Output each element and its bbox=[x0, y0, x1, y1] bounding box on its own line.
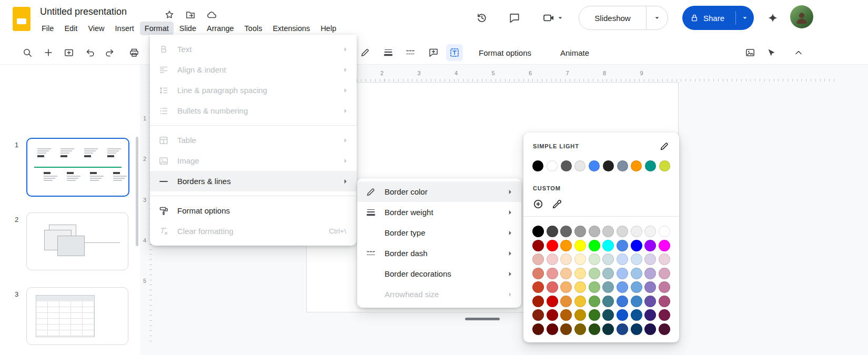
slide-thumbnail-2[interactable] bbox=[26, 212, 128, 270]
edit-theme-colors-icon[interactable] bbox=[659, 141, 670, 151]
border-color-pen-icon[interactable] bbox=[356, 43, 375, 62]
palette-color-swatch[interactable] bbox=[644, 323, 656, 335]
slides-logo-icon[interactable] bbox=[13, 7, 31, 31]
theme-color-swatch[interactable] bbox=[617, 160, 628, 171]
filmstrip-scrollbar[interactable] bbox=[136, 137, 138, 246]
add-custom-color-icon[interactable] bbox=[532, 198, 544, 210]
palette-color-swatch[interactable] bbox=[631, 253, 642, 265]
palette-color-swatch[interactable] bbox=[602, 281, 614, 293]
palette-color-swatch[interactable] bbox=[574, 323, 586, 335]
gemini-sparkle-button[interactable] bbox=[762, 7, 784, 29]
palette-color-swatch[interactable] bbox=[560, 253, 572, 265]
slideshow-options-caret[interactable] bbox=[647, 14, 668, 22]
palette-color-swatch[interactable] bbox=[617, 268, 628, 279]
slide-thumbnail-3[interactable] bbox=[26, 287, 128, 345]
palette-color-swatch[interactable] bbox=[547, 226, 558, 237]
add-comment-icon[interactable] bbox=[424, 43, 443, 62]
theme-color-swatch[interactable] bbox=[631, 160, 642, 171]
search-icon[interactable] bbox=[18, 43, 37, 62]
share-options-caret[interactable] bbox=[736, 14, 754, 22]
theme-color-swatch[interactable] bbox=[659, 160, 670, 171]
new-slide-icon[interactable] bbox=[59, 43, 78, 62]
palette-color-swatch[interactable] bbox=[589, 268, 600, 279]
palette-color-swatch[interactable] bbox=[659, 309, 670, 321]
palette-color-swatch[interactable] bbox=[631, 226, 642, 237]
palette-color-swatch[interactable] bbox=[659, 268, 670, 279]
palette-color-swatch[interactable] bbox=[602, 226, 614, 237]
horizontal-scrollbar[interactable] bbox=[465, 318, 500, 320]
palette-color-swatch[interactable] bbox=[617, 226, 628, 237]
menu-insert[interactable]: Insert bbox=[110, 22, 139, 35]
palette-color-swatch[interactable] bbox=[589, 323, 600, 335]
slideshow-button[interactable]: Slideshow bbox=[579, 14, 646, 23]
palette-color-swatch[interactable] bbox=[547, 281, 558, 293]
theme-color-swatch[interactable] bbox=[547, 160, 558, 171]
cloud-status-icon[interactable] bbox=[205, 8, 218, 21]
borders-submenu-item-border-type[interactable]: Border type bbox=[357, 222, 521, 243]
collapse-toolbar-icon[interactable] bbox=[789, 43, 808, 62]
palette-color-swatch[interactable] bbox=[659, 240, 670, 251]
palette-color-swatch[interactable] bbox=[532, 253, 544, 265]
theme-color-swatch[interactable] bbox=[561, 160, 572, 171]
text-fit-icon[interactable] bbox=[446, 44, 463, 61]
menu-extensions[interactable]: Extensions bbox=[268, 22, 315, 35]
account-avatar[interactable] bbox=[790, 5, 813, 28]
theme-color-swatch[interactable] bbox=[574, 160, 586, 171]
theme-color-swatch[interactable] bbox=[589, 160, 600, 171]
palette-color-swatch[interactable] bbox=[659, 323, 670, 335]
palette-color-swatch[interactable] bbox=[532, 309, 544, 321]
theme-color-swatch[interactable] bbox=[603, 160, 614, 171]
version-history-button[interactable] bbox=[471, 7, 493, 29]
borders-submenu-item-border-color[interactable]: Border color bbox=[357, 181, 521, 202]
menu-tools[interactable]: Tools bbox=[240, 22, 267, 35]
zoom-add-icon[interactable] bbox=[39, 43, 58, 62]
palette-color-swatch[interactable] bbox=[617, 296, 628, 307]
format-options-button[interactable]: Format options bbox=[473, 43, 537, 62]
format-menu-item-format-options[interactable]: Format options bbox=[150, 200, 357, 221]
palette-color-swatch[interactable] bbox=[589, 240, 600, 251]
palette-color-swatch[interactable] bbox=[589, 253, 600, 265]
print-icon[interactable] bbox=[125, 43, 144, 62]
share-button[interactable]: Share bbox=[703, 14, 735, 23]
animate-button[interactable]: Animate bbox=[555, 43, 594, 62]
palette-color-swatch[interactable] bbox=[644, 226, 656, 237]
palette-color-swatch[interactable] bbox=[631, 323, 642, 335]
palette-color-swatch[interactable] bbox=[560, 309, 572, 321]
palette-color-swatch[interactable] bbox=[532, 296, 544, 307]
palette-color-swatch[interactable] bbox=[602, 253, 614, 265]
laser-pointer-icon[interactable] bbox=[762, 43, 781, 62]
palette-color-swatch[interactable] bbox=[659, 226, 670, 237]
palette-color-swatch[interactable] bbox=[617, 240, 628, 251]
palette-color-swatch[interactable] bbox=[602, 309, 614, 321]
palette-color-swatch[interactable] bbox=[617, 323, 628, 335]
palette-color-swatch[interactable] bbox=[574, 240, 586, 251]
menu-format[interactable]: Format bbox=[140, 22, 174, 35]
palette-color-swatch[interactable] bbox=[547, 253, 558, 265]
palette-color-swatch[interactable] bbox=[574, 253, 586, 265]
undo-icon[interactable] bbox=[81, 43, 100, 62]
document-title[interactable]: Untitled presentation bbox=[40, 6, 127, 17]
palette-color-swatch[interactable] bbox=[617, 253, 628, 265]
palette-color-swatch[interactable] bbox=[631, 281, 642, 293]
palette-color-swatch[interactable] bbox=[589, 309, 600, 321]
menu-edit[interactable]: Edit bbox=[59, 22, 82, 35]
redo-icon[interactable] bbox=[100, 43, 119, 62]
palette-color-swatch[interactable] bbox=[547, 323, 558, 335]
palette-color-swatch[interactable] bbox=[644, 309, 656, 321]
palette-color-swatch[interactable] bbox=[602, 240, 614, 251]
star-icon[interactable] bbox=[163, 8, 176, 21]
join-call-button[interactable] bbox=[536, 7, 571, 29]
palette-color-swatch[interactable] bbox=[532, 323, 544, 335]
palette-color-swatch[interactable] bbox=[574, 296, 586, 307]
palette-color-swatch[interactable] bbox=[589, 281, 600, 293]
move-folder-icon[interactable] bbox=[184, 8, 197, 21]
theme-color-swatch[interactable] bbox=[645, 160, 656, 171]
palette-color-swatch[interactable] bbox=[560, 296, 572, 307]
palette-color-swatch[interactable] bbox=[547, 240, 558, 251]
menu-view[interactable]: View bbox=[83, 22, 109, 35]
slide-thumbnail-1[interactable] bbox=[26, 138, 129, 197]
borders-submenu-item-border-dash[interactable]: Border dash bbox=[357, 243, 521, 263]
palette-color-swatch[interactable] bbox=[574, 268, 586, 279]
palette-color-swatch[interactable] bbox=[589, 296, 600, 307]
palette-color-swatch[interactable] bbox=[547, 296, 558, 307]
